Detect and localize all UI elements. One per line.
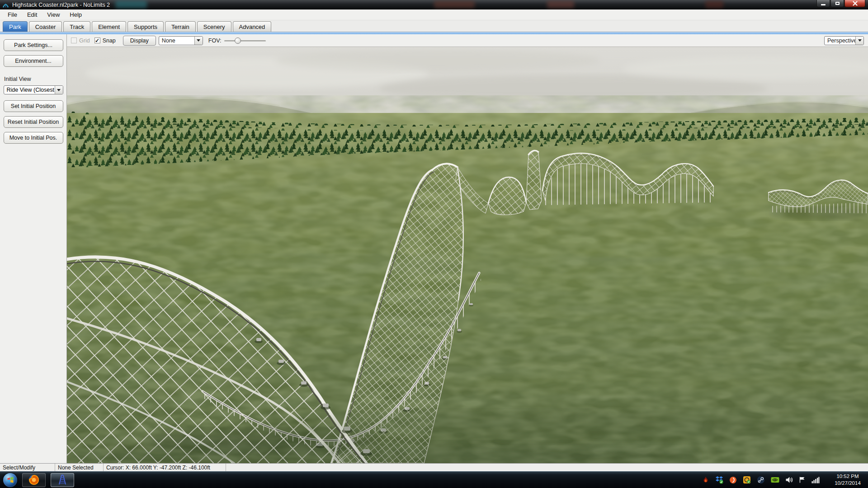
initial-view-label: Initial View: [4, 76, 66, 82]
editor-tab-bar: Park Coaster Track Element Supports Terr…: [0, 20, 868, 32]
taskbar-nolimits-button[interactable]: [51, 473, 74, 487]
clock-time: 10:52 PM: [830, 473, 865, 480]
status-cursor-coordinates: Cursor: X: 66.000ft Y: -47.200ft Z: -46.…: [104, 464, 226, 471]
windows-logo-icon: [7, 476, 14, 483]
park-side-panel: Park Settings... Environment... Initial …: [0, 34, 67, 463]
taskbar-firefox-button[interactable]: [22, 473, 46, 487]
chevron-down-icon: [55, 86, 63, 94]
menu-file[interactable]: File: [3, 10, 22, 19]
park-settings-button[interactable]: Park Settings...: [4, 39, 63, 51]
menu-view[interactable]: View: [42, 10, 65, 19]
volume-icon[interactable]: [785, 476, 793, 483]
initial-view-dropdown[interactable]: Ride View (Closest: [4, 85, 63, 94]
reset-initial-position-button[interactable]: Reset Initial Position: [4, 116, 63, 128]
restore-button[interactable]: [830, 0, 844, 7]
set-initial-position-button[interactable]: Set Initial Position: [4, 100, 63, 112]
initial-view-value: Ride View (Closest: [4, 86, 55, 94]
status-bar: Select/Modify None Selected Cursor: X: 6…: [0, 463, 868, 471]
glass-reflection: [115, 0, 147, 8]
glass-reflection: [547, 0, 574, 8]
glass-reflection: [434, 0, 475, 8]
network-signal-icon[interactable]: [811, 477, 820, 483]
window-title: Highstack Coaster.nl2park - NoLimits 2: [12, 2, 110, 8]
start-button[interactable]: [3, 473, 17, 487]
fov-slider-thumb[interactable]: [235, 38, 241, 44]
system-tray: 10:52 PM 10/27/2014: [702, 473, 868, 487]
fov-slider[interactable]: [224, 37, 266, 45]
taskbar-clock[interactable]: 10:52 PM 10/27/2014: [830, 473, 865, 487]
minimize-button[interactable]: [816, 0, 830, 7]
display-mode-value: None: [159, 37, 194, 45]
steam-icon[interactable]: [757, 476, 765, 484]
minimize-icon: [821, 4, 826, 5]
tab-element[interactable]: Element: [92, 21, 126, 32]
tab-terrain[interactable]: Terrain: [165, 21, 196, 32]
nolimits2-window: Highstack Coaster.nl2park - NoLimits 2 F…: [0, 0, 868, 488]
viewport-toolbar: Grid ✓ Snap Display None FOV: Perspectiv…: [67, 34, 868, 47]
check-icon: ✓: [95, 38, 99, 44]
projection-dropdown[interactable]: Perspective: [824, 36, 864, 45]
tab-scenery[interactable]: Scenery: [197, 21, 231, 32]
chevron-down-icon: [194, 37, 203, 45]
fov-label: FOV:: [208, 38, 222, 44]
menu-help[interactable]: Help: [65, 10, 87, 19]
projection-value: Perspective: [825, 37, 855, 45]
fov-slider-groove: [224, 40, 266, 42]
restore-icon: [835, 2, 840, 5]
status-empty: [226, 464, 868, 471]
close-icon: [853, 1, 858, 6]
nvidia-icon[interactable]: [771, 476, 779, 483]
tab-park[interactable]: Park: [3, 21, 28, 32]
grid-checkbox[interactable]: [71, 38, 77, 43]
snap-label: Snap: [103, 38, 116, 44]
nolimits-2-icon: [57, 474, 68, 486]
clock-date: 10/27/2014: [830, 480, 865, 487]
origin-icon[interactable]: [729, 476, 737, 484]
status-selection: None Selected: [55, 464, 104, 471]
updater-check-icon[interactable]: [743, 476, 751, 484]
environment-button[interactable]: Environment...: [4, 55, 63, 67]
dropbox-icon[interactable]: [715, 476, 723, 484]
tab-supports[interactable]: Supports: [127, 21, 164, 32]
menu-edit[interactable]: Edit: [22, 10, 42, 19]
temperature-flame-icon[interactable]: [702, 476, 709, 483]
snap-checkbox[interactable]: ✓: [94, 38, 100, 43]
firefox-icon: [28, 474, 40, 486]
tab-coaster[interactable]: Coaster: [29, 21, 62, 32]
viewport-3d[interactable]: [67, 47, 868, 463]
tab-advanced[interactable]: Advanced: [233, 21, 272, 32]
windows-taskbar: 10:52 PM 10/27/2014: [0, 471, 868, 488]
menu-bar: File Edit View Help: [0, 9, 868, 20]
move-to-initial-pos-button[interactable]: Move to Initial Pos.: [4, 132, 63, 144]
title-bar: Highstack Coaster.nl2park - NoLimits 2: [0, 0, 868, 9]
glass-reflection: [705, 0, 723, 8]
chevron-down-icon: [855, 37, 863, 45]
tab-track[interactable]: Track: [63, 21, 90, 32]
display-mode-dropdown[interactable]: None: [159, 36, 203, 45]
nolimits-app-icon: [2, 1, 9, 8]
viewport-3d-scene: [67, 47, 868, 463]
action-center-flag-icon[interactable]: [799, 476, 806, 483]
close-button[interactable]: [844, 0, 865, 7]
display-button[interactable]: Display: [123, 36, 156, 46]
status-mode: Select/Modify: [0, 464, 55, 471]
grid-label: Grid: [79, 38, 90, 44]
